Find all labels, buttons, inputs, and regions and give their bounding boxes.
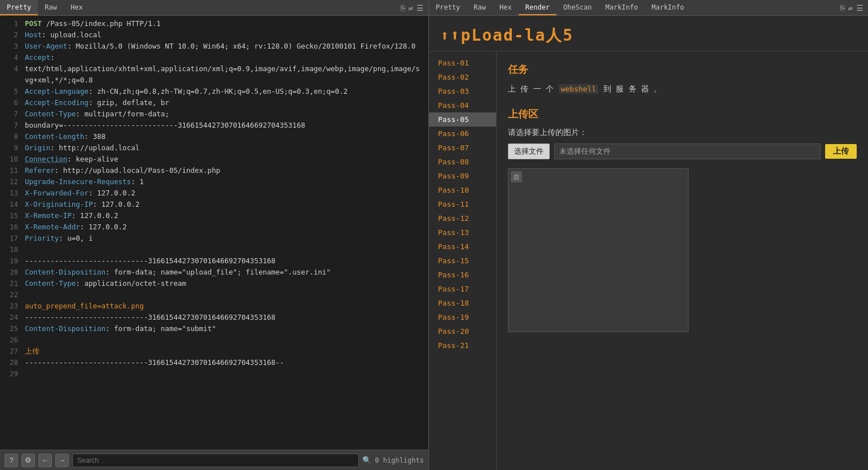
table-row: 12Upgrade-Insecure-Requests: 1 [0,176,428,188]
header-value: 388 [93,132,106,141]
header-key: X-Remote-Addr [25,223,80,231]
table-row: 5Accept-Language: zh-CN,zh;q=0.8,zh-TW;q… [0,86,428,97]
search-input[interactable] [72,454,359,467]
header-value: : [89,87,97,95]
header-value: text/html,application/xhtml+xml,applicat… [25,64,420,84]
line-content: Content-Type: multipart/form-data; [25,108,424,120]
upload-label: 请选择要上传的图片： [508,128,857,138]
header-key: Priority [25,234,59,242]
table-row: 6Accept-Encoding: gzip, deflate, br [0,97,428,108]
tab-markinfo-right-2[interactable]: MarkInfo [645,0,691,15]
line-content: X-Remote-Addr: 127.0.0.2 [25,221,424,233]
request-body[interactable]: 1POST /Pass-05/index.php HTTP/1.12Host: … [0,16,428,450]
tab-hex-left[interactable]: Hex [64,0,90,15]
line-content: -----------------------------31661544273… [25,312,424,323]
sidebar-item-pass11[interactable]: Pass-11 [429,197,496,211]
sidebar-item-pass03[interactable]: Pass-03 [429,84,496,98]
choose-file-button[interactable]: 选择文件 [508,143,550,159]
header-value: : [84,132,93,141]
header-key-underline: Connection [25,155,67,163]
sidebar-item-pass15[interactable]: Pass-15 [429,254,496,268]
tab-render-right[interactable]: Render [519,0,556,15]
line-content: auto_prepend_file=attack.png [25,301,424,312]
line-number: 4 [5,63,18,86]
copy-icon[interactable]: ⎘ [401,3,405,12]
wrap-icon-right[interactable]: ⇌ [848,3,853,12]
sidebar-item-pass10[interactable]: Pass-10 [429,183,496,197]
sidebar-item-pass17[interactable]: Pass-17 [429,282,496,296]
sidebar-item-pass01[interactable]: Pass-01 [429,56,496,70]
search-submit-button[interactable]: 🔍 [362,456,371,464]
sidebar-item-pass14[interactable]: Pass-14 [429,240,496,254]
settings-button[interactable]: ⚙ [21,454,35,467]
header-key: Content-Length [25,132,84,141]
header-value: upload.local [50,31,101,39]
line-number: 2 [5,29,18,41]
back-button[interactable]: ← [38,454,52,467]
sidebar-item-pass18[interactable]: Pass-18 [429,296,496,310]
sidebar-item-pass21[interactable]: Pass-21 [429,338,496,352]
sidebar-item-pass12[interactable]: Pass-12 [429,211,496,225]
sidebar-item-pass13[interactable]: Pass-13 [429,225,496,240]
line-content: User-Agent: Mozilla/5.0 (Windows NT 10.0… [25,41,424,52]
header-value: form-data; name="submit" [114,324,216,333]
menu-icon[interactable]: ☰ [417,3,424,12]
header-value: : [89,98,97,107]
line-content: Host: upload.local [25,29,424,41]
header-value: -----------------------------31661544273… [25,313,275,321]
sidebar-item-pass19[interactable]: Pass-19 [429,310,496,324]
forward-button[interactable]: → [55,454,69,467]
line-number: 4 [5,52,18,63]
header-value: 1 [139,177,144,186]
line-content: X-Forwarded-For: 127.0.0.2 [25,188,424,199]
header-value: : [67,155,76,163]
line-number: 1 [5,18,18,29]
header-value: : [106,268,114,276]
header-value: Mozilla/5.0 (Windows NT 10.0; Win64; x64… [76,42,415,50]
line-content: Accept-Language: zh-CN,zh;q=0.8,zh-TW;q=… [25,86,424,97]
line-content: text/html,application/xhtml+xml,applicat… [25,63,424,86]
sidebar-item-pass06[interactable]: Pass-06 [429,127,496,141]
left-tab-icons: ⎘ ⇌ ☰ [401,3,428,12]
sidebar-item-pass04[interactable]: Pass-04 [429,98,496,112]
header-key: User-Agent [25,42,67,50]
highlights-count: 0 highlights [375,456,424,464]
tab-pretty-right[interactable]: Pretty [429,0,467,15]
question-button[interactable]: ? [5,454,18,467]
tab-hex-right[interactable]: Hex [493,0,519,15]
sidebar-item-pass02[interactable]: Pass-02 [429,70,496,84]
sidebar-item-pass05[interactable]: Pass-05 [429,112,496,127]
line-content [25,368,424,380]
wrap-icon[interactable]: ⇌ [409,3,413,12]
tab-ohescan-right[interactable]: OheScan [556,0,599,15]
broken-image-icon: 🖼 [511,171,522,182]
header-key: Accept-Encoding [25,98,89,107]
tab-pretty-left[interactable]: Pretty [0,0,38,15]
pass-nav: Pass-01Pass-02Pass-03Pass-04Pass-05Pass-… [429,51,497,470]
tab-raw-left[interactable]: Raw [38,0,64,15]
sidebar-item-pass07[interactable]: Pass-07 [429,141,496,155]
upload-submit-button[interactable]: 上传 [825,144,857,159]
menu-icon-right[interactable]: ☰ [856,3,863,12]
header-value: : [67,42,76,50]
tab-markinfo-right-1[interactable]: MarkInfo [599,0,645,15]
header-key: X-Remote-IP [25,211,72,220]
tab-raw-right[interactable]: Raw [467,0,493,15]
file-name-display: 未选择任何文件 [554,143,821,159]
header-value: multipart/form-data; [84,110,169,118]
header-value: : [80,223,89,231]
header-value: gzip, deflate, br [97,98,169,107]
table-row: 2Host: upload.local [0,29,428,41]
header-key: Content-Disposition [25,324,106,333]
sidebar-item-pass08[interactable]: Pass-08 [429,155,496,169]
sidebar-item-pass09[interactable]: Pass-09 [429,169,496,183]
line-content: X-Remote-IP: 127.0.0.2 [25,210,424,221]
task-desc-text1: 上 传 一 个 [508,84,559,93]
header-value: http://upload.local/Pass-05/index.php [63,166,220,175]
copy-icon-right[interactable]: ⎘ [840,3,845,12]
header-value: zh-CN,zh;q=0.8,zh-TW;q=0.7,zh-HK;q=0.5,e… [97,87,348,95]
sidebar-item-pass16[interactable]: Pass-16 [429,268,496,282]
sidebar-item-pass20[interactable]: Pass-20 [429,324,496,338]
line-content: Accept-Encoding: gzip, deflate, br [25,97,424,108]
table-row: 1POST /Pass-05/index.php HTTP/1.1 [0,18,428,29]
